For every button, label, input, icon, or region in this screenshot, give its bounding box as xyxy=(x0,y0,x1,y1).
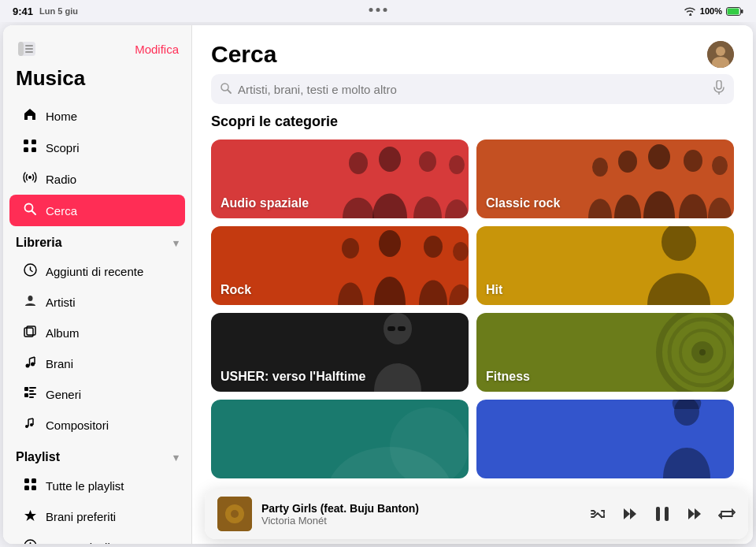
play-pause-button[interactable] xyxy=(652,504,673,524)
svg-point-78 xyxy=(231,510,239,518)
next-button[interactable] xyxy=(687,505,704,523)
cerca-icon xyxy=(22,202,38,219)
category-fitness[interactable]: Fitness xyxy=(476,313,734,392)
sidebar-item-radio[interactable]: Radio xyxy=(9,163,185,195)
libreria-header[interactable]: Libreria ▾ xyxy=(3,226,191,253)
sidebar-item-tutte[interactable]: Tutte le playlist xyxy=(9,471,185,501)
svg-rect-29 xyxy=(29,393,36,395)
svg-point-72 xyxy=(699,349,706,355)
status-bar: 9:41 Lun 5 giu 100% xyxy=(0,0,756,22)
category-classic-rock[interactable]: Classic rock xyxy=(476,140,734,218)
libreria-chevron: ▾ xyxy=(173,237,179,249)
card-label-hit: Hit xyxy=(486,283,502,297)
repeat-button[interactable] xyxy=(718,505,736,523)
home-icon xyxy=(22,107,38,125)
svg-marker-80 xyxy=(630,508,636,519)
card-label-usher: USHER: verso l'Halftime xyxy=(220,370,365,384)
svg-rect-82 xyxy=(665,507,669,521)
sidebar-item-generi[interactable]: Generi xyxy=(9,379,185,410)
compositori-icon xyxy=(22,417,38,434)
svg-rect-25 xyxy=(24,387,28,391)
cerca-label: Cerca xyxy=(46,204,77,218)
svg-rect-11 xyxy=(24,147,28,152)
svg-point-59 xyxy=(712,156,728,175)
artisti-label: Artisti xyxy=(46,296,76,309)
category-row4-1[interactable] xyxy=(211,400,469,478)
brani-icon xyxy=(22,355,38,372)
previous-button[interactable] xyxy=(621,505,638,523)
scopri-icon xyxy=(22,139,38,156)
category-rock[interactable]: Rock xyxy=(211,226,469,305)
battery-text: 100% xyxy=(700,6,722,16)
page-title: Cerca xyxy=(211,41,276,68)
svg-rect-12 xyxy=(32,147,36,152)
mini-player-controls xyxy=(589,504,736,524)
preferiti-label: Brani preferiti xyxy=(46,510,116,523)
svg-point-55 xyxy=(592,158,608,177)
sidebar-item-scopri[interactable]: Scopri xyxy=(9,132,185,163)
svg-point-54 xyxy=(449,155,465,174)
playlist-items: Tutte le playlist Brani preferiti Nuova … xyxy=(3,471,191,544)
search-bar-icon xyxy=(220,83,232,96)
aggiunti-icon xyxy=(22,263,38,280)
aggiunti-label: Aggiunti di recente xyxy=(46,265,143,278)
svg-point-61 xyxy=(379,230,401,257)
sidebar: Modifica Musica Home Scopri xyxy=(3,25,192,544)
svg-point-51 xyxy=(349,152,368,174)
svg-rect-5 xyxy=(18,42,24,56)
libreria-items: Aggiunti di recente Artisti Album Brani xyxy=(3,256,191,441)
svg-rect-9 xyxy=(24,140,28,144)
svg-point-74 xyxy=(390,407,469,478)
status-time: 9:41 xyxy=(13,6,33,17)
nuova-icon xyxy=(22,539,38,544)
mic-icon[interactable] xyxy=(713,80,724,98)
sidebar-item-home[interactable]: Home xyxy=(9,100,185,132)
generi-label: Generi xyxy=(46,388,81,401)
svg-rect-36 xyxy=(24,478,29,483)
playlist-title: Playlist xyxy=(16,450,60,464)
svg-point-52 xyxy=(379,147,401,172)
sidebar-item-brani[interactable]: Brani xyxy=(9,348,185,379)
category-audio-spaziale[interactable]: Audio spaziale xyxy=(211,140,469,218)
categories-grid: Audio spaziale xyxy=(211,140,734,541)
playlist-chevron: ▾ xyxy=(173,452,179,463)
sidebar-item-artisti[interactable]: Artisti xyxy=(9,287,185,318)
svg-rect-30 xyxy=(29,396,34,398)
libreria-title: Libreria xyxy=(16,236,62,250)
radio-icon xyxy=(22,170,38,188)
categories-section: Scopri le categorie xyxy=(192,113,753,544)
sidebar-toggle-icon[interactable] xyxy=(16,38,38,60)
sidebar-item-preferiti[interactable]: Brani preferiti xyxy=(9,501,185,532)
sidebar-item-compositori[interactable]: Compositori xyxy=(9,410,185,441)
svg-point-53 xyxy=(419,151,436,172)
svg-point-63 xyxy=(453,242,469,261)
search-bar[interactable] xyxy=(211,74,734,104)
album-label: Album xyxy=(46,326,80,340)
dot-menu xyxy=(369,8,387,12)
category-hit[interactable]: Hit xyxy=(476,226,734,305)
sidebar-item-album[interactable]: Album xyxy=(9,318,185,348)
playlist-header[interactable]: Playlist ▾ xyxy=(3,441,191,467)
scopri-label: Scopri xyxy=(46,141,80,154)
svg-line-22 xyxy=(29,357,35,359)
generi-icon xyxy=(22,386,38,403)
svg-rect-67 xyxy=(398,326,406,331)
search-input[interactable] xyxy=(238,83,707,96)
category-usher[interactable]: USHER: verso l'Halftime xyxy=(211,313,469,392)
category-row4-2[interactable] xyxy=(476,400,734,478)
svg-rect-66 xyxy=(387,326,395,331)
modifica-button[interactable]: Modifica xyxy=(135,43,179,56)
app-container: Modifica Musica Home Scopri xyxy=(3,25,753,544)
avatar[interactable] xyxy=(707,41,734,68)
card-label-fitness: Fitness xyxy=(486,370,530,384)
sidebar-item-nuova[interactable]: Nuova playlist xyxy=(9,532,185,544)
mini-player-info: Party Girls (feat. Buju Banton) Victoria… xyxy=(261,502,580,527)
compositori-label: Compositori xyxy=(46,419,109,432)
svg-rect-39 xyxy=(32,486,36,490)
sidebar-item-aggiunti[interactable]: Aggiunti di recente xyxy=(9,256,185,287)
shuffle-button[interactable] xyxy=(589,505,606,523)
svg-point-45 xyxy=(716,47,725,56)
categories-title: Scopri le categorie xyxy=(211,113,734,130)
sidebar-item-cerca[interactable]: Cerca xyxy=(9,195,185,226)
svg-rect-38 xyxy=(24,486,29,490)
